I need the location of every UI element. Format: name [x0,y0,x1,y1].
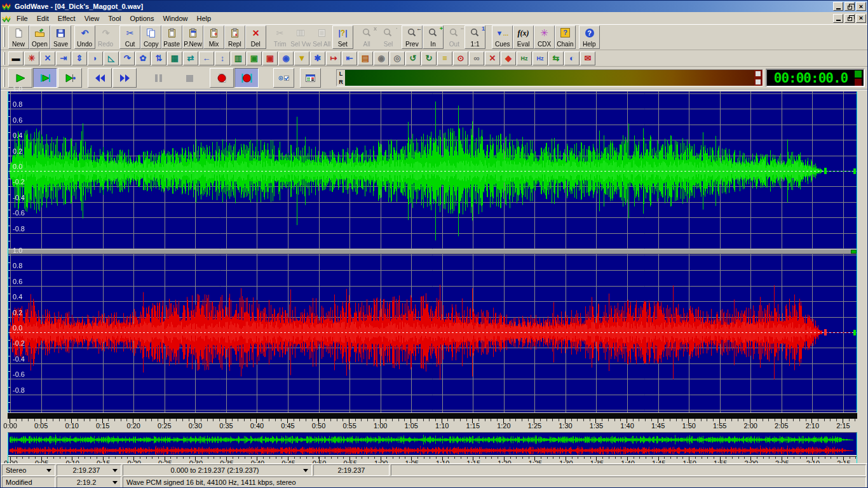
auto-gain-button[interactable]: ≡ [437,51,452,65]
toolbar-cut-button[interactable]: ✂Cut [119,25,140,49]
minimize-button[interactable] [833,2,843,11]
toolbar-grip[interactable] [3,27,5,47]
close-button[interactable]: × [856,2,866,11]
stereo-link-button[interactable]: ∞ [469,51,484,65]
noise-reduction-button[interactable]: ✱ [310,51,325,65]
overview-panel[interactable]: 0:000:050:100:150:200:250:300:350:400:45… [8,432,857,465]
exchange-channels-button[interactable]: ⇄ [183,51,198,65]
time-display[interactable]: 00:00:00.0 [766,69,865,87]
equalizer-button[interactable]: ▥ [231,51,246,65]
document-restore-button[interactable] [844,14,855,23]
toolbar-1-1-button[interactable]: 11:1 [465,25,485,49]
expression-button[interactable]: ✕ [40,51,55,65]
separator-handle[interactable] [851,250,857,254]
playback-rate-button[interactable]: Hz [517,51,532,65]
toolbar-repl-button[interactable]: xRepl [224,25,245,49]
dynamics-button[interactable]: ⇕ [72,51,87,65]
selection-select[interactable]: 0.000 to 2:19.237 (2:19.237) [123,464,312,476]
toolbar-cdx-button[interactable]: ✳CDX [534,25,555,49]
level-warning-button[interactable]: ⊙ [453,51,468,65]
draw-tool-button[interactable]: ▬ [8,51,24,65]
play-selection-button[interactable] [33,68,57,88]
toolbar-eval-button[interactable]: f(x)Eval [513,25,534,49]
spectrum-filter-button[interactable]: ▼ [294,51,309,65]
reduce-vocals-icon: ✕ [489,53,496,63]
toolbar-cues-button[interactable]: ▼…Cues [492,25,513,49]
timer-button[interactable]: ◐ [564,51,580,65]
rewind-button[interactable] [88,68,112,88]
play-intro-button[interactable] [58,68,82,88]
doppler-button[interactable]: ✳ [24,51,39,65]
channel-separator[interactable] [8,249,857,254]
toolbar-open-button[interactable]: Open [29,25,50,49]
length-select[interactable]: 2:19.237 [57,464,121,476]
match-volume-button[interactable]: ▣ [247,51,262,65]
speech-converter-button[interactable]: ✉ [580,51,595,65]
toolbar-p-new-button[interactable]: P.New [182,25,203,49]
record-button[interactable] [210,68,234,88]
pop-click-button[interactable]: ↦ [326,51,341,65]
menu-effect[interactable]: Effect [53,13,80,24]
toolbar-grip[interactable] [3,69,5,87]
menu-view[interactable]: View [80,13,104,24]
offset-button[interactable]: ⇥ [56,51,71,65]
loop-play-button[interactable]: ↺ [405,51,421,65]
smoother-button[interactable]: ⇤ [342,51,357,65]
toolbar-del-button[interactable]: ✕Del [245,25,266,49]
toolbar-save-button[interactable]: Save [50,25,71,49]
time-axis[interactable]: 0:000:050:100:150:200:250:300:350:400:45… [8,413,857,430]
menu-window[interactable]: Window [158,13,192,24]
parametric-eq-button[interactable]: ▦ [167,51,182,65]
toolbar-paste-button[interactable]: Paste [161,25,182,49]
meter-right-label: R [339,79,343,85]
toolbar-undo-button[interactable]: ↶Undo [74,25,95,49]
play-button[interactable] [8,68,32,88]
pan-button[interactable]: ◆ [501,51,516,65]
menu-file[interactable]: File [12,13,32,24]
toolbar-grip[interactable] [3,52,5,65]
toolbar-new-button[interactable]: New [8,25,29,49]
volume-plain-button[interactable]: ◎ [390,51,405,65]
control-properties-button[interactable] [300,68,321,88]
document-close-button[interactable]: × [856,14,866,23]
waveform-view[interactable]: 1.00.80.60.40.20.0-0.2-0.4-0.6-0.81.00.8… [8,92,857,412]
toolbar-set-button[interactable]: |?|Set [332,25,353,49]
restore-button[interactable] [844,2,855,11]
fade-button[interactable]: ◺ [104,51,119,65]
compressor-button[interactable]: ◗ [88,51,103,65]
document-minimize-button[interactable] [833,14,843,23]
zoom-length-select[interactable]: 2:19.2 [57,477,121,488]
shape-volume-button[interactable]: ↕ [215,51,230,65]
overview-canvas[interactable] [8,433,857,455]
match-cancel-button[interactable]: ▣ [262,51,278,65]
volume-button[interactable]: ◉ [374,51,389,65]
eq-view-button[interactable]: ◉ [278,51,294,65]
toolbar-prev-button[interactable]: ←Prev [402,25,423,49]
mechanize-button[interactable]: ✿ [135,51,151,65]
menu-options[interactable]: Options [125,13,158,24]
flip-button[interactable]: ↷ [119,51,135,65]
pitch-button[interactable]: ⇅ [151,51,166,65]
channel-mode-select[interactable]: Stereo [2,464,55,476]
menu-help[interactable]: Help [193,13,216,24]
offset-back-button[interactable]: ← [199,51,214,65]
document-icon[interactable] [2,15,12,22]
channel-convert-button[interactable]: ⇆ [548,51,564,65]
record-selection-button[interactable] [234,68,259,88]
reverse-play-button[interactable]: ↻ [421,51,437,65]
toolbar-in-button[interactable]: +In [423,25,444,49]
spectrum-button[interactable]: ▤ [358,51,373,65]
menu-tool[interactable]: Tool [104,13,125,24]
menu-edit[interactable]: Edit [32,13,53,24]
toolbar-copy-button[interactable]: Copy [140,25,161,49]
toolbar-chain-button[interactable]: ?Chain [555,25,576,49]
fast-forward-button[interactable] [112,68,137,88]
parametric-eq-icon: ▦ [171,53,179,63]
resample-button[interactable]: Hz [532,51,548,65]
reduce-vocals-button[interactable]: ✕ [485,51,500,65]
repl-icon: x [225,27,245,38]
toolbar-mix-button[interactable]: +Mix [203,25,224,49]
all-icon: x [357,27,377,38]
toolbar-help-button[interactable]: ?Help [579,25,600,49]
monitor-settings-button[interactable] [273,68,294,88]
